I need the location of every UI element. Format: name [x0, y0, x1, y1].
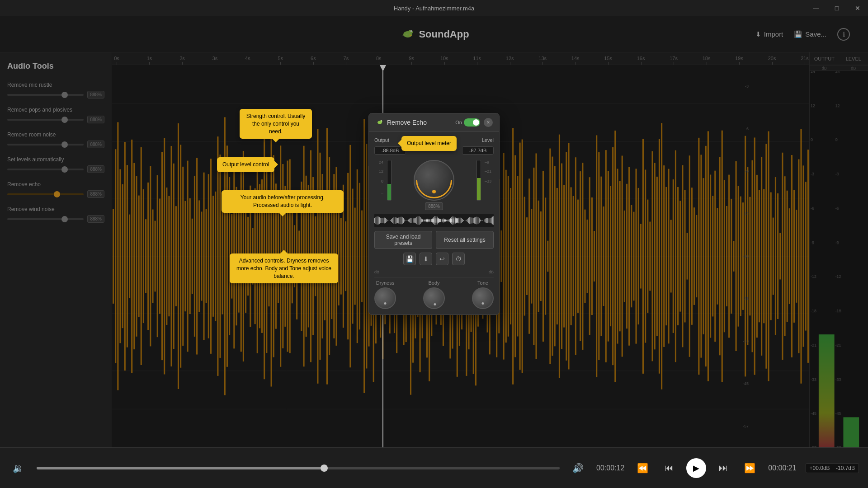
volume-up-button[interactable]: 🔊 — [569, 461, 587, 475]
body-knob-dot — [434, 303, 436, 305]
rewind-button[interactable]: ⏪ — [633, 461, 652, 475]
progress-bar[interactable] — [37, 467, 560, 469]
save-load-presets-button[interactable]: Save and load presets — [374, 231, 432, 249]
echo-dialog: Remove Echo On × Output Level -88.8dB - — [368, 113, 500, 315]
dryness-label: Dryness — [376, 280, 394, 286]
download-icon-btn[interactable]: ⬇ — [420, 253, 432, 265]
output-level-row: Output Level — [374, 137, 494, 143]
dryness-knob-dot — [384, 302, 387, 305]
time-current: 00:00:12 — [596, 464, 624, 472]
titlebar: Handy - Aufnahmezimmer.m4a — □ ✕ — [0, 0, 868, 16]
strength-knob[interactable] — [414, 160, 454, 201]
echo-dialog-icon — [375, 118, 383, 127]
save-icon-btn[interactable]: 💾 — [403, 253, 416, 265]
tone-knob-dot — [482, 302, 484, 305]
volume-down-button[interactable]: 🔉 — [9, 461, 28, 475]
echo-toggle[interactable]: On — [455, 118, 480, 127]
echo-dialog-title: Remove Echo — [387, 119, 427, 126]
bottom-knobs: Dryness Body Tone — [374, 277, 494, 309]
toggle-label: On — [455, 120, 462, 125]
mini-wave-canvas — [374, 214, 494, 227]
audio-preview-tooltip: Your audio before/after processing. Proc… — [222, 190, 344, 213]
mini-waveform — [374, 214, 494, 227]
output-label-text: Output — [374, 137, 389, 143]
output-meter-bar — [387, 160, 392, 201]
prev-button[interactable]: ⏮ — [661, 461, 677, 475]
play-button[interactable]: ▶ — [686, 458, 706, 478]
advanced-tooltip: Advanced controls. Dryness removes more … — [230, 253, 338, 283]
db-display: +00.0dB -10.7dB — [806, 463, 859, 473]
maximize-button[interactable]: □ — [826, 0, 847, 16]
db-label-row: dB dB — [374, 270, 494, 274]
svg-point-5 — [380, 120, 382, 122]
output-level-ctrl-tooltip: Output level control — [217, 157, 274, 172]
body-knob[interactable] — [423, 287, 445, 309]
dryness-knob[interactable] — [374, 287, 396, 309]
right-scale: –9 –21 –33 — [485, 160, 494, 183]
svg-point-6 — [381, 120, 382, 121]
clock-icon-btn[interactable]: ⏱ — [452, 253, 465, 265]
next-button[interactable]: ⏭ — [715, 461, 731, 475]
level-meter-bar — [476, 160, 481, 201]
transport-bar: 🔉 🔊 00:00:12 ⏪ ⏮ ▶ ⏭ ⏩ 00:00:21 +00.0dB … — [0, 447, 868, 488]
body-col: Body — [423, 280, 445, 309]
dryness-col: Dryness — [374, 280, 396, 309]
level-label-text: Level — [482, 137, 494, 143]
time-total: 00:00:21 — [768, 464, 796, 472]
modal-overlay: Remove Echo On × Output Level -88.8dB - — [0, 16, 868, 447]
knob-section: 24 12 0 – 888% — [374, 160, 494, 210]
strength-knob-col: 888% — [395, 160, 473, 210]
toggle-switch[interactable] — [464, 118, 480, 127]
icon-row: 💾 ⬇ ↩ ⏱ — [374, 253, 494, 265]
titlebar-title: Handy - Aufnahmezimmer.m4a — [394, 5, 474, 12]
echo-dialog-header: Remove Echo On × — [369, 113, 499, 132]
echo-content: Output Level -88.8dB -87.7dB 24 12 0 – — [369, 132, 499, 314]
strength-tooltip: Strength control. Usually the only contr… — [240, 109, 312, 139]
tone-label: Tone — [477, 280, 488, 286]
fast-forward-button[interactable]: ⏩ — [741, 461, 759, 475]
output-db: -88.8dB — [374, 146, 406, 155]
tone-col: Tone — [472, 280, 494, 309]
preset-row: Save and load presets Reset all settings — [374, 231, 494, 249]
reset-all-button[interactable]: Reset all settings — [436, 231, 494, 249]
minimize-button[interactable]: — — [806, 0, 826, 16]
knob-dot — [432, 190, 436, 193]
close-button[interactable]: ✕ — [847, 0, 868, 16]
db-row: -88.8dB -87.7dB — [374, 146, 494, 157]
knob-track — [408, 155, 459, 206]
left-scale: 24 12 0 – — [374, 160, 383, 195]
tone-knob[interactable] — [472, 287, 494, 309]
body-label: Body — [428, 280, 439, 286]
output-ctrl-badge: 888% — [425, 202, 443, 210]
undo-icon-btn[interactable]: ↩ — [436, 253, 448, 265]
titlebar-controls: — □ ✕ — [806, 0, 868, 16]
echo-dialog-close[interactable]: × — [484, 118, 493, 127]
level-db: -87.7dB — [462, 146, 494, 155]
